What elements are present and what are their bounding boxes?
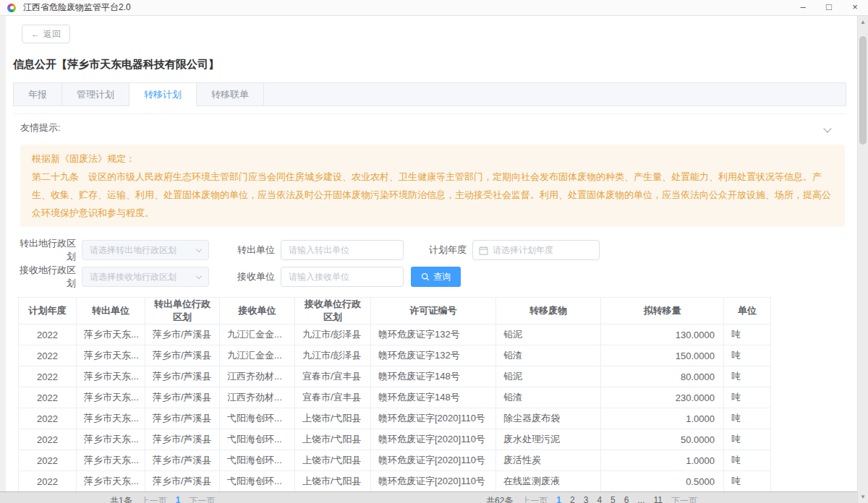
- table-cell: 赣环危废证字148号: [371, 366, 496, 387]
- table-row: 2022萍乡市天东...萍乡市/芦溪县江西齐劲材...宜春市/宜丰县赣环危废证字…: [19, 387, 771, 408]
- pagination-page[interactable]: 6: [624, 495, 629, 503]
- scrollbar-thumb[interactable]: [859, 36, 867, 145]
- table-cell: 吨: [724, 366, 771, 387]
- pagination-page[interactable]: ...: [637, 495, 644, 503]
- table-row: 2022萍乡市天东...萍乡市/芦溪县弋阳海创环...上饶市/弋阳县赣环危废证字…: [19, 408, 771, 429]
- table-cell: 130.0000: [601, 324, 724, 345]
- column-header: 许可证编号: [371, 298, 496, 324]
- maximize-button[interactable]: □: [816, 0, 842, 16]
- plan-year-datepicker[interactable]: [472, 240, 600, 260]
- plan-year-label: 计划年度: [427, 244, 467, 257]
- tab-transfer-manifest[interactable]: 转移联单: [197, 83, 264, 106]
- pagination-page[interactable]: 2: [570, 495, 575, 503]
- filter-form: 转出地行政区划 请选择转出地行政区划 转出单位 计划年度: [6, 240, 857, 287]
- table-row: 2022萍乡市天东...萍乡市/芦溪县弋阳海创环...上饶市/弋阳县赣环危废证字…: [19, 429, 771, 450]
- pagination-page[interactable]: 1: [556, 495, 561, 503]
- notice-section: 友情提示: 根据新《固废法》规定： 第二十九条 设区的市级人民政府生态环境主管部…: [13, 113, 846, 227]
- table-cell: 2022: [19, 324, 77, 345]
- transfer-plan-table: 计划年度 转出单位 转出单位行政区划 接收单位 接收单位行政区划 许可证编号 转…: [18, 297, 771, 491]
- pagination-prev[interactable]: 上一页: [141, 495, 167, 503]
- table-cell: 弋阳海创环...: [220, 429, 295, 450]
- table-header-row: 计划年度 转出单位 转出单位行政区划 接收单位 接收单位行政区划 许可证编号 转…: [19, 298, 771, 324]
- back-button[interactable]: ← 返回: [22, 25, 70, 43]
- table-cell: 吨: [724, 387, 771, 408]
- table-cell: 九江市/彭泽县: [295, 345, 371, 366]
- table-cell: 在线监测废液: [496, 471, 601, 492]
- scroll-up-icon[interactable]: ▲: [858, 19, 868, 25]
- calendar-icon: [479, 246, 488, 255]
- table-cell: 萍乡市/芦溪县: [145, 450, 220, 471]
- table-cell: 吨: [724, 324, 771, 345]
- table-cell: 2022: [19, 429, 77, 450]
- regulation-line-1: 根据新《固废法》规定：: [32, 150, 833, 168]
- column-header: 转出单位: [77, 298, 145, 324]
- search-button-label: 查询: [433, 271, 451, 283]
- bottom-pagination-strip: 共1条上一页1下一页 共62条上一页123456...11下一页: [0, 491, 857, 503]
- transfer-out-unit-input[interactable]: [281, 240, 404, 260]
- close-button[interactable]: ×: [842, 0, 868, 16]
- pagination-total: 共1条: [110, 495, 132, 503]
- pagination-left: 共1条上一页1下一页: [110, 495, 215, 503]
- column-header: 计划年度: [19, 298, 77, 324]
- pagination-prev[interactable]: 上一页: [522, 495, 548, 503]
- table-cell: 吨: [724, 345, 771, 366]
- tab-management-plan[interactable]: 管理计划: [62, 83, 129, 106]
- app-logo-icon: [7, 4, 16, 12]
- table-row: 2022萍乡市天东...萍乡市/芦溪县九江汇金金...九江市/彭泽县赣环危废证字…: [19, 345, 771, 366]
- table-cell: 2022: [19, 471, 77, 492]
- tab-bar: 年报 管理计划 转移计划 转移联单: [13, 82, 846, 106]
- pagination-page[interactable]: 11: [654, 495, 663, 503]
- column-header: 转移废物: [496, 298, 601, 324]
- table-cell: 萍乡市/芦溪县: [145, 366, 220, 387]
- table-cell: 萍乡市天东...: [77, 450, 145, 471]
- window-title: 江西省危险废物监管平台2.0: [23, 1, 131, 14]
- search-button[interactable]: 查询: [411, 267, 461, 287]
- regulation-line-2: 第二十九条 设区的市级人民政府生态环境主管部门应当会同住房城乡建设、农业农村、卫…: [32, 168, 833, 222]
- table-cell: 2022: [19, 345, 77, 366]
- table-cell: 萍乡市/芦溪县: [145, 429, 220, 450]
- table-cell: 吨: [724, 471, 771, 492]
- receive-unit-input[interactable]: [281, 267, 404, 287]
- pagination-right: 共62条上一页123456...11下一页: [486, 495, 697, 503]
- tab-annual-report[interactable]: 年报: [14, 83, 62, 106]
- table-cell: 九江汇金金...: [220, 345, 295, 366]
- receive-region-select[interactable]: 请选择接收地行政区划: [82, 267, 209, 287]
- table-cell: 230.0000: [601, 387, 724, 408]
- pagination-page[interactable]: 4: [597, 495, 602, 503]
- pagination-next[interactable]: 下一页: [671, 495, 697, 503]
- table-cell: 宜春市/宜丰县: [295, 366, 371, 387]
- pagination-page[interactable]: 1: [176, 495, 181, 503]
- app-window: 江西省危险废物监管平台2.0 – □ × ← 返回 信息公开【萍乡市天东电器科技…: [0, 0, 868, 503]
- table-cell: 上饶市/弋阳县: [295, 471, 371, 492]
- table-cell: 赣环危废证字[2020]110号: [371, 429, 496, 450]
- table-cell: 萍乡市/芦溪县: [145, 324, 220, 345]
- table-cell: 50.0000: [601, 429, 724, 450]
- table-row: 2022萍乡市天东...萍乡市/芦溪县弋阳海创环...上饶市/弋阳县赣环危废证字…: [19, 450, 771, 471]
- pagination-next[interactable]: 下一页: [189, 495, 215, 503]
- receive-region-placeholder: 请选择接收地行政区划: [90, 271, 176, 283]
- pagination-page[interactable]: 5: [610, 495, 616, 503]
- pagination-page[interactable]: 3: [584, 495, 589, 503]
- scroll-down-icon[interactable]: ▼: [858, 494, 868, 500]
- vertical-scrollbar[interactable]: ▲ ▼: [857, 16, 868, 503]
- search-icon: [421, 272, 430, 281]
- plan-year-input[interactable]: [493, 245, 593, 255]
- table-cell: 上饶市/弋阳县: [295, 450, 371, 471]
- table-cell: 上饶市/弋阳县: [295, 408, 371, 429]
- transfer-out-unit-label: 转出单位: [235, 244, 275, 257]
- pagination-total: 共62条: [486, 495, 513, 503]
- table-cell: 弋阳海创环...: [220, 471, 295, 492]
- page-title: 信息公开【萍乡市天东电器科技有限公司】: [13, 58, 857, 72]
- table-cell: 铅渣: [496, 345, 601, 366]
- table-cell: 萍乡市天东...: [77, 345, 145, 366]
- table-cell: 吨: [724, 450, 771, 471]
- transfer-out-region-select[interactable]: 请选择转出地行政区划: [82, 240, 209, 260]
- minimize-button[interactable]: –: [790, 0, 816, 16]
- table-cell: 江西齐劲材...: [220, 387, 295, 408]
- receive-region-label: 接收地行政区划: [14, 264, 76, 290]
- main-content: ← 返回 信息公开【萍乡市天东电器科技有限公司】 年报 管理计划 转移计划 转移…: [6, 16, 857, 491]
- tab-transfer-plan[interactable]: 转移计划: [129, 83, 197, 106]
- regulation-alert: 根据新《固废法》规定： 第二十九条 设区的市级人民政府生态环境主管部门应当会同住…: [20, 145, 845, 227]
- table-row: 2022萍乡市天东...萍乡市/芦溪县九江汇金金...九江市/彭泽县赣环危废证字…: [19, 324, 771, 345]
- table-cell: 吨: [724, 429, 771, 450]
